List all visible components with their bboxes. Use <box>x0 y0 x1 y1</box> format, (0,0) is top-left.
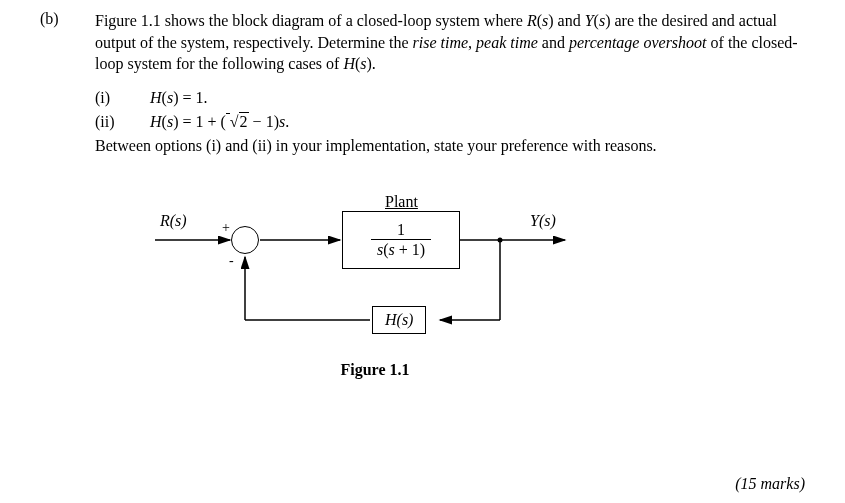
label-plant: Plant <box>385 193 418 211</box>
term-overshoot: percentage overshoot <box>569 34 707 51</box>
text: . <box>372 55 376 72</box>
var-H: H <box>343 55 355 72</box>
sub-item-i: (i) H(s) = 1. <box>95 89 805 107</box>
marks-label: (15 marks) <box>735 475 805 493</box>
item-number: (i) <box>95 89 150 107</box>
text: . <box>285 113 289 130</box>
item-eq: H(s) = 1 + ( √2 − 1)s. <box>150 113 289 131</box>
text: − 1) <box>249 113 279 130</box>
text: Figure 1.1 shows the block diagram of a … <box>95 12 527 29</box>
text: and <box>554 12 585 29</box>
var-Y: Y <box>585 12 594 29</box>
sub-item-ii: (ii) H(s) = 1 + ( √2 − 1)s. <box>95 113 805 131</box>
exam-question-page: (b) Figure 1.1 shows the block diagram o… <box>0 0 845 503</box>
question-body: Figure 1.1 shows the block diagram of a … <box>95 10 805 385</box>
sub-list: (i) H(s) = 1. (ii) H(s) = 1 + ( √2 − 1)s… <box>95 89 805 131</box>
followup-text: Between options (i) and (ii) in your imp… <box>95 137 805 155</box>
item-number: (ii) <box>95 113 150 131</box>
var-R: R <box>527 12 537 29</box>
question-row: (b) Figure 1.1 shows the block diagram o… <box>40 10 805 385</box>
text: and <box>538 34 569 51</box>
h-label: H(s) <box>385 311 413 328</box>
sign-plus: + <box>222 220 230 236</box>
sign-minus: - <box>229 253 234 269</box>
figure-caption: Figure 1.1 <box>145 361 605 379</box>
var-H: H <box>150 89 162 106</box>
text: = 1. <box>178 89 207 106</box>
label-r: R(s) <box>160 212 187 230</box>
plant-block: 1 s(s + 1) <box>342 211 460 269</box>
text: √2 <box>230 113 249 130</box>
term-rise-time: rise time <box>413 34 469 51</box>
block-diagram: R(s) + - Plant 1 s(s + 1) Y(s) H(s) <box>145 185 605 385</box>
label-y: Y(s) <box>530 212 556 230</box>
part-label: (b) <box>40 10 95 385</box>
item-eq: H(s) = 1. <box>150 89 207 107</box>
feedback-block: H(s) <box>372 306 426 334</box>
plant-transfer-function: 1 s(s + 1) <box>371 220 431 259</box>
summing-junction <box>231 226 259 254</box>
tf-denominator: s(s + 1) <box>371 240 431 259</box>
intro-text: Figure 1.1 shows the block diagram of a … <box>95 10 805 75</box>
text: , <box>468 34 476 51</box>
tf-numerator: 1 <box>371 220 431 240</box>
term-peak-time: peak time <box>476 34 538 51</box>
text: = 1 + ( <box>178 113 225 130</box>
var-H: H <box>150 113 162 130</box>
